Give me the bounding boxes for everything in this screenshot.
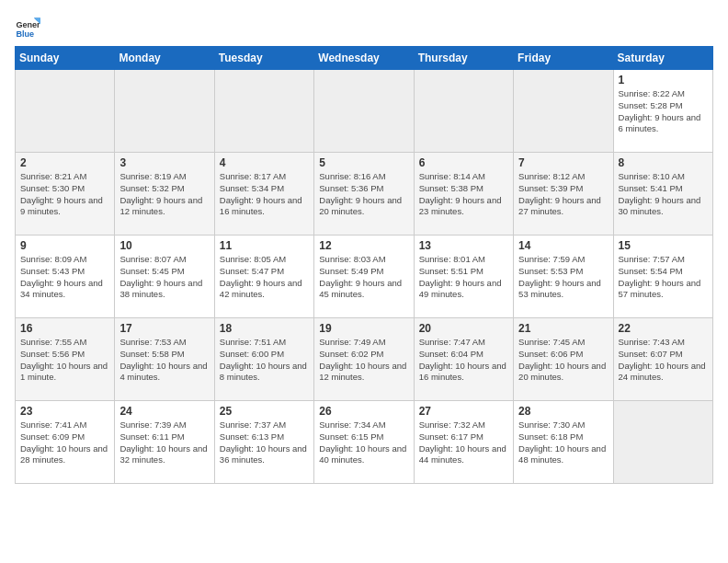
day-info: Sunrise: 8:07 AM Sunset: 5:45 PM Dayligh…: [119, 254, 209, 301]
day-info: Sunrise: 7:59 AM Sunset: 5:53 PM Dayligh…: [518, 254, 608, 301]
day-info: Sunrise: 7:45 AM Sunset: 6:06 PM Dayligh…: [518, 337, 608, 384]
calendar-cell: [115, 70, 214, 153]
calendar-cell: 20Sunrise: 7:47 AM Sunset: 6:04 PM Dayli…: [414, 318, 513, 401]
calendar-cell: 15Sunrise: 7:57 AM Sunset: 5:54 PM Dayli…: [613, 236, 712, 318]
calendar-cell: 28Sunrise: 7:30 AM Sunset: 6:18 PM Dayli…: [514, 401, 613, 484]
column-header-thursday: Thursday: [414, 47, 513, 70]
day-info: Sunrise: 7:43 AM Sunset: 6:07 PM Dayligh…: [619, 337, 708, 384]
day-number: 1: [619, 74, 708, 86]
day-info: Sunrise: 7:41 AM Sunset: 6:09 PM Dayligh…: [20, 419, 109, 466]
column-header-saturday: Saturday: [613, 47, 712, 70]
calendar-cell: 12Sunrise: 8:03 AM Sunset: 5:49 PM Dayli…: [314, 236, 414, 318]
calendar-cell: 2Sunrise: 8:21 AM Sunset: 5:30 PM Daylig…: [16, 153, 115, 236]
day-number: 27: [419, 405, 508, 418]
column-header-wednesday: Wednesday: [314, 47, 414, 70]
calendar-cell: 1Sunrise: 8:22 AM Sunset: 5:28 PM Daylig…: [613, 70, 712, 153]
calendar-cell: [514, 70, 613, 153]
day-number: 12: [319, 239, 408, 252]
day-info: Sunrise: 8:03 AM Sunset: 5:49 PM Dayligh…: [319, 254, 408, 301]
day-number: 16: [20, 322, 109, 335]
calendar-cell: 3Sunrise: 8:19 AM Sunset: 5:32 PM Daylig…: [115, 153, 214, 236]
logo: General Blue: [15, 15, 40, 40]
day-number: 24: [119, 405, 209, 418]
day-number: 2: [20, 156, 109, 169]
day-number: 23: [20, 405, 109, 418]
day-info: Sunrise: 8:17 AM Sunset: 5:34 PM Dayligh…: [220, 171, 309, 218]
day-info: Sunrise: 7:53 AM Sunset: 5:58 PM Dayligh…: [119, 337, 209, 384]
day-number: 22: [619, 322, 708, 335]
day-number: 9: [20, 239, 109, 252]
day-number: 20: [419, 322, 508, 335]
day-number: 17: [119, 322, 209, 335]
day-info: Sunrise: 8:22 AM Sunset: 5:28 PM Dayligh…: [619, 88, 708, 135]
header: General Blue: [15, 15, 713, 40]
day-info: Sunrise: 7:37 AM Sunset: 6:13 PM Dayligh…: [220, 419, 309, 466]
day-number: 19: [319, 322, 408, 335]
day-info: Sunrise: 7:47 AM Sunset: 6:04 PM Dayligh…: [419, 337, 508, 384]
svg-text:Blue: Blue: [16, 29, 34, 39]
day-info: Sunrise: 8:16 AM Sunset: 5:36 PM Dayligh…: [319, 171, 408, 218]
day-number: 21: [518, 322, 608, 335]
day-info: Sunrise: 7:57 AM Sunset: 5:54 PM Dayligh…: [619, 254, 708, 301]
calendar-cell: [314, 70, 414, 153]
calendar-cell: 18Sunrise: 7:51 AM Sunset: 6:00 PM Dayli…: [214, 318, 313, 401]
day-info: Sunrise: 8:12 AM Sunset: 5:39 PM Dayligh…: [518, 171, 608, 218]
day-number: 7: [518, 156, 608, 169]
calendar-cell: [414, 70, 513, 153]
calendar-cell: 13Sunrise: 8:01 AM Sunset: 5:51 PM Dayli…: [414, 236, 513, 318]
column-header-sunday: Sunday: [16, 47, 115, 70]
day-number: 10: [119, 239, 209, 252]
day-number: 6: [419, 156, 508, 169]
calendar-cell: 23Sunrise: 7:41 AM Sunset: 6:09 PM Dayli…: [16, 401, 115, 484]
day-info: Sunrise: 8:19 AM Sunset: 5:32 PM Dayligh…: [119, 171, 209, 218]
calendar-cell: 25Sunrise: 7:37 AM Sunset: 6:13 PM Dayli…: [214, 401, 313, 484]
day-number: 11: [220, 239, 309, 252]
day-number: 28: [518, 405, 608, 418]
calendar-cell: 5Sunrise: 8:16 AM Sunset: 5:36 PM Daylig…: [314, 153, 414, 236]
calendar-cell: 8Sunrise: 8:10 AM Sunset: 5:41 PM Daylig…: [613, 153, 712, 236]
week-row-3: 9Sunrise: 8:09 AM Sunset: 5:43 PM Daylig…: [16, 236, 713, 318]
day-info: Sunrise: 7:34 AM Sunset: 6:15 PM Dayligh…: [319, 419, 408, 466]
calendar-cell: 11Sunrise: 8:05 AM Sunset: 5:47 PM Dayli…: [214, 236, 313, 318]
day-info: Sunrise: 7:30 AM Sunset: 6:18 PM Dayligh…: [518, 419, 608, 466]
day-info: Sunrise: 7:55 AM Sunset: 5:56 PM Dayligh…: [20, 337, 109, 384]
calendar-cell: 6Sunrise: 8:14 AM Sunset: 5:38 PM Daylig…: [414, 153, 513, 236]
column-header-friday: Friday: [514, 47, 613, 70]
day-number: 13: [419, 239, 508, 252]
calendar-cell: [214, 70, 313, 153]
day-info: Sunrise: 8:10 AM Sunset: 5:41 PM Dayligh…: [619, 171, 708, 218]
calendar-cell: 10Sunrise: 8:07 AM Sunset: 5:45 PM Dayli…: [115, 236, 214, 318]
day-number: 18: [220, 322, 309, 335]
svg-text:General: General: [16, 20, 40, 29]
day-number: 3: [119, 156, 209, 169]
week-row-1: 1Sunrise: 8:22 AM Sunset: 5:28 PM Daylig…: [16, 70, 713, 153]
day-info: Sunrise: 8:14 AM Sunset: 5:38 PM Dayligh…: [419, 171, 508, 218]
calendar-cell: 16Sunrise: 7:55 AM Sunset: 5:56 PM Dayli…: [16, 318, 115, 401]
day-number: 15: [619, 239, 708, 252]
day-number: 14: [518, 239, 608, 252]
day-info: Sunrise: 8:01 AM Sunset: 5:51 PM Dayligh…: [419, 254, 508, 301]
day-info: Sunrise: 7:32 AM Sunset: 6:17 PM Dayligh…: [419, 419, 508, 466]
calendar-header-row: SundayMondayTuesdayWednesdayThursdayFrid…: [16, 47, 713, 70]
column-header-tuesday: Tuesday: [214, 47, 313, 70]
day-number: 26: [319, 405, 408, 418]
calendar-table: SundayMondayTuesdayWednesdayThursdayFrid…: [15, 46, 713, 484]
calendar-cell: [613, 401, 712, 484]
day-info: Sunrise: 7:49 AM Sunset: 6:02 PM Dayligh…: [319, 337, 408, 384]
calendar-cell: 17Sunrise: 7:53 AM Sunset: 5:58 PM Dayli…: [115, 318, 214, 401]
day-info: Sunrise: 8:21 AM Sunset: 5:30 PM Dayligh…: [20, 171, 109, 218]
day-info: Sunrise: 7:51 AM Sunset: 6:00 PM Dayligh…: [220, 337, 309, 384]
calendar-cell: 21Sunrise: 7:45 AM Sunset: 6:06 PM Dayli…: [514, 318, 613, 401]
calendar-cell: 27Sunrise: 7:32 AM Sunset: 6:17 PM Dayli…: [414, 401, 513, 484]
calendar-cell: 7Sunrise: 8:12 AM Sunset: 5:39 PM Daylig…: [514, 153, 613, 236]
week-row-4: 16Sunrise: 7:55 AM Sunset: 5:56 PM Dayli…: [16, 318, 713, 401]
day-number: 25: [220, 405, 309, 418]
week-row-5: 23Sunrise: 7:41 AM Sunset: 6:09 PM Dayli…: [16, 401, 713, 484]
calendar-cell: 19Sunrise: 7:49 AM Sunset: 6:02 PM Dayli…: [314, 318, 414, 401]
calendar-cell: 14Sunrise: 7:59 AM Sunset: 5:53 PM Dayli…: [514, 236, 613, 318]
column-header-monday: Monday: [115, 47, 214, 70]
day-number: 8: [619, 156, 708, 169]
calendar-cell: 9Sunrise: 8:09 AM Sunset: 5:43 PM Daylig…: [16, 236, 115, 318]
day-info: Sunrise: 7:39 AM Sunset: 6:11 PM Dayligh…: [119, 419, 209, 466]
calendar-cell: 4Sunrise: 8:17 AM Sunset: 5:34 PM Daylig…: [214, 153, 313, 236]
